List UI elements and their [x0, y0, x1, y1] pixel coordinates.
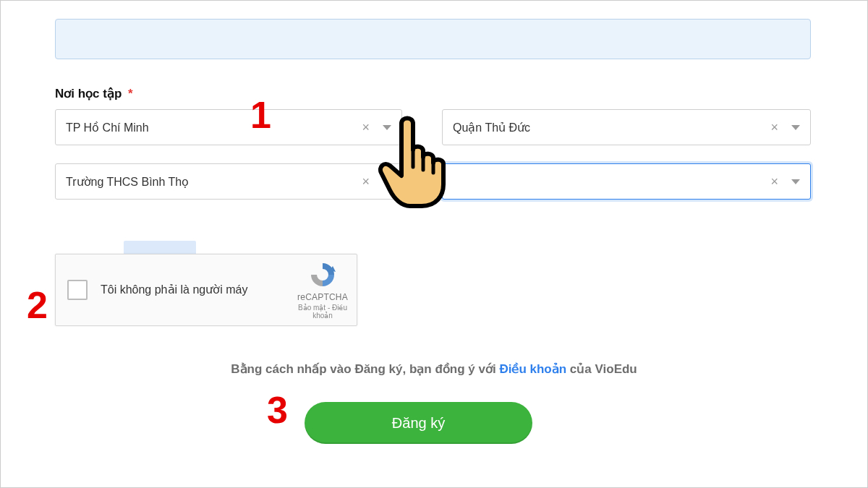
district-select[interactable]: Quận Thủ Đức × — [442, 109, 811, 145]
previous-field-box[interactable] — [55, 19, 811, 59]
school-select[interactable]: Trường THCS Bình Thọ × — [55, 163, 402, 200]
recaptcha-links[interactable]: Bảo mật - Điều khoản — [294, 304, 351, 320]
step-number-3: 3 — [267, 391, 288, 429]
recaptcha-widget: Tôi không phải là người máy reCAPTCHA Bả… — [55, 254, 357, 326]
recaptcha-icon — [308, 260, 337, 289]
clear-icon[interactable]: × — [362, 174, 370, 189]
recaptcha-label: Tôi không phải là người máy — [101, 282, 294, 298]
chevron-down-icon[interactable] — [791, 179, 800, 184]
clear-icon[interactable]: × — [362, 120, 370, 135]
recaptcha-checkbox[interactable] — [67, 280, 88, 300]
study-location-label: Nơi học tập * — [55, 86, 133, 101]
recaptcha-branding: reCAPTCHA Bảo mật - Điều khoản — [294, 260, 357, 320]
chevron-down-icon[interactable] — [791, 125, 800, 130]
terms-link[interactable]: Điều khoản — [499, 362, 566, 376]
terms-prefix: Bằng cách nhấp vào Đăng ký, bạn đồng ý v… — [231, 362, 499, 376]
class-select[interactable]: × — [442, 163, 811, 200]
chevron-down-icon[interactable] — [383, 179, 391, 184]
city-select-value: TP Hồ Chí Minh — [66, 121, 362, 134]
terms-suffix: của VioEdu — [566, 362, 637, 376]
register-button[interactable]: Đăng ký — [305, 402, 532, 444]
recaptcha-brand-text: reCAPTCHA — [294, 292, 351, 302]
step-number-1: 1 — [250, 96, 271, 134]
step-number-2: 2 — [27, 286, 48, 324]
register-button-label: Đăng ký — [392, 415, 445, 432]
school-select-value: Trường THCS Bình Thọ — [66, 175, 362, 189]
clear-icon[interactable]: × — [770, 174, 778, 189]
city-select[interactable]: TP Hồ Chí Minh × — [55, 109, 402, 145]
required-asterisk: * — [128, 87, 133, 100]
terms-text: Bằng cách nhấp vào Đăng ký, bạn đồng ý v… — [1, 361, 867, 377]
chevron-down-icon[interactable] — [383, 125, 391, 130]
form-container: Nơi học tập * TP Hồ Chí Minh × Quận Thủ … — [0, 0, 868, 488]
clear-icon[interactable]: × — [770, 120, 778, 135]
district-select-value: Quận Thủ Đức — [453, 121, 770, 134]
label-text: Nơi học tập — [55, 87, 122, 100]
